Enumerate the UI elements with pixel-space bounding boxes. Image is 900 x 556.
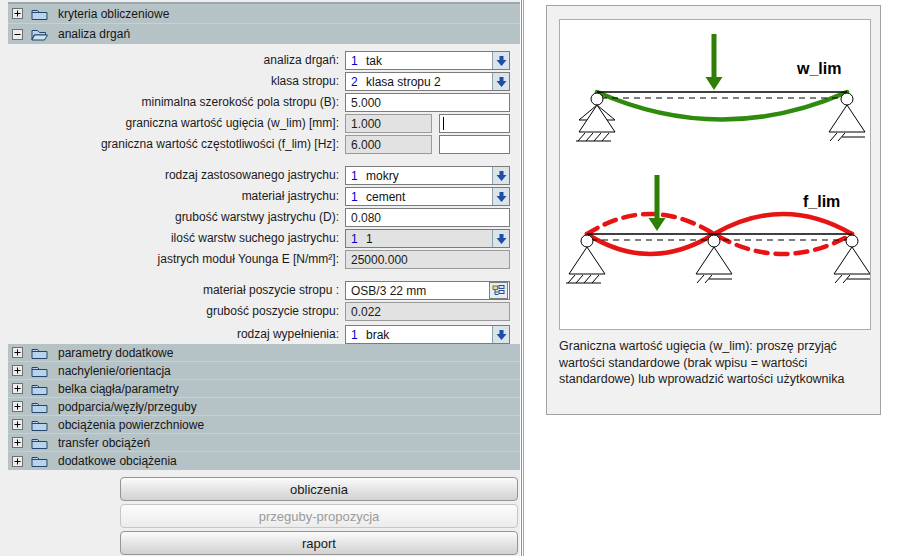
w-lim-diagram: w_lim: [576, 34, 865, 141]
parameters-panel: kryteria obliczeniowe analiza drgań anal…: [0, 0, 520, 556]
tree-item-obciazenia-powierzchniowe[interactable]: obciążenia powierzchniowe: [8, 416, 520, 434]
tree-item-nachylenie-orientacja[interactable]: nachylenie/orientacja: [8, 362, 520, 380]
help-card: w_lim: [546, 5, 881, 415]
deflection-curve: [597, 92, 847, 120]
w-lim-standard-value: 1.000: [345, 114, 432, 133]
field-label: materiał jastrychu:: [0, 187, 345, 206]
form-row: materiał jastrychu: 1 cement: [0, 187, 520, 206]
dropdown-index: 2: [346, 75, 366, 89]
tree-item-analiza-drgan[interactable]: analiza drgań: [8, 24, 520, 44]
field-label: ilość warstw suchego jastrychu:: [0, 229, 345, 248]
grubosc-jastrychu-input[interactable]: 0.080: [345, 208, 510, 227]
beam-diagram: w_lim: [559, 19, 871, 330]
field-label: jastrych moduł Younga E [N/mm²]:: [0, 250, 345, 269]
input-value: OSB/3 22 mm: [351, 284, 426, 298]
tree-item-parametry-dodatkowe[interactable]: parametry dodatkowe: [8, 344, 520, 362]
folder-closed-icon: [31, 436, 48, 450]
tree-bottom: parametry dodatkowe nachylenie/orientacj…: [8, 344, 520, 470]
expand-plus-icon[interactable]: [12, 8, 23, 19]
rodzaj-wypelnienia-dropdown[interactable]: 1 brak: [345, 325, 510, 344]
field-label: grubość poszycie stropu:: [0, 302, 345, 321]
pin-support-icon: [576, 93, 615, 141]
w-lim-user-input[interactable]: [439, 114, 510, 133]
tree-item-kryteria-obliczeniowe[interactable]: kryteria obliczeniowe: [8, 4, 520, 24]
roller-support-icon: [829, 93, 865, 141]
expand-plus-icon[interactable]: [12, 347, 23, 358]
material-poszycia-input[interactable]: OSB/3 22 mm: [345, 281, 510, 300]
raport-button[interactable]: raport: [120, 531, 518, 555]
input-value: 6.000: [351, 138, 381, 152]
tree-item-label: transfer obciążeń: [58, 436, 150, 450]
klasa-stropu-dropdown[interactable]: 2 klasa stropu 2: [345, 72, 510, 91]
form-row: analiza drgań: 1 tak: [0, 51, 520, 70]
field-label: rodzaj wypełnienia:: [0, 325, 345, 344]
expand-plus-icon[interactable]: [12, 365, 23, 376]
folder-closed-icon: [31, 364, 48, 378]
dropdown-index: 1: [346, 232, 366, 246]
field-label: materiał poszycie stropu :: [0, 281, 345, 300]
form-row: grubość warstwy jastrychu (D): 0.080: [0, 208, 520, 227]
input-value: 1.000: [351, 117, 381, 131]
analiza-drgan-dropdown[interactable]: 1 tak: [345, 51, 510, 70]
expand-plus-icon[interactable]: [12, 383, 23, 394]
chevron-down-icon[interactable]: [492, 167, 509, 184]
chevron-down-icon[interactable]: [492, 73, 509, 90]
expand-plus-icon[interactable]: [12, 437, 23, 448]
folder-closed-icon: [31, 7, 48, 21]
expand-plus-icon[interactable]: [12, 419, 23, 430]
dropdown-value: cement: [366, 190, 492, 204]
tree-item-transfer-obciazen[interactable]: transfer obciążeń: [8, 434, 520, 452]
material-jastrychu-dropdown[interactable]: 1 cement: [345, 187, 510, 206]
ilosc-warstw-dropdown: 1 1: [345, 229, 510, 248]
tree-item-belka-ciagla[interactable]: belka ciągła/parametry: [8, 380, 520, 398]
tree-item-label: kryteria obliczeniowe: [58, 7, 169, 21]
chevron-down-icon[interactable]: [492, 52, 509, 69]
f-lim-label: f_lim: [803, 193, 840, 210]
input-value: 25000.000: [351, 253, 408, 267]
expand-plus-icon[interactable]: [12, 401, 23, 412]
obliczenia-button[interactable]: obliczenia: [120, 477, 518, 501]
chevron-down-icon[interactable]: [492, 326, 509, 343]
f-lim-user-input[interactable]: [439, 135, 510, 154]
select-from-list-icon[interactable]: [489, 282, 508, 299]
input-value: 0.080: [351, 211, 381, 225]
dropdown-index: 1: [346, 169, 366, 183]
beam-diagram-svg: w_lim: [560, 20, 870, 329]
tree-item-label: dodatkowe obciążenia: [58, 454, 177, 468]
load-arrow-icon: [649, 175, 666, 231]
tree-item-podparcia-wezly-przeguby[interactable]: podparcia/węzły/przeguby: [8, 398, 520, 416]
expand-plus-icon[interactable]: [12, 456, 23, 467]
field-label: graniczna wartość częstotliwości (f_lim)…: [0, 135, 345, 154]
form-row: jastrych moduł Younga E [N/mm²]: 25000.0…: [0, 250, 520, 269]
grubosc-poszycia-readonly: 0.022: [345, 302, 510, 321]
rodzaj-jastrychu-dropdown[interactable]: 1 mokry: [345, 166, 510, 185]
folder-closed-icon: [31, 382, 48, 396]
tree-item-label: parametry dodatkowe: [58, 346, 173, 360]
folder-open-icon: [31, 27, 48, 41]
field-label: minimalna szerokość pola stropu (B):: [0, 93, 345, 112]
tree-item-dodatkowe-obciazenia[interactable]: dodatkowe obciążenia: [8, 452, 520, 470]
form-row: rodzaj zastosowanego jastrychu: 1 mokry: [0, 166, 520, 185]
folder-closed-icon: [31, 454, 48, 468]
load-arrow-icon: [706, 34, 723, 90]
modul-younga-readonly: 25000.000: [345, 250, 510, 269]
vibration-analysis-form: analiza drgań: 1 tak klasa stropu: 2 kla…: [0, 44, 520, 344]
f-lim-standard-value: 6.000: [345, 135, 432, 154]
min-szerokosc-input[interactable]: 5.000: [345, 93, 510, 112]
tree-item-label: podparcia/węzły/przeguby: [58, 400, 197, 414]
dropdown-index: 1: [346, 190, 366, 204]
form-row: graniczna wartość ugięcia (w_lim) [mm]: …: [0, 114, 520, 133]
tree-item-label: belka ciągła/parametry: [58, 382, 179, 396]
tree-item-label: analiza drgań: [58, 27, 130, 41]
chevron-down-icon[interactable]: [492, 188, 509, 205]
tree-top: kryteria obliczeniowe analiza drgań: [8, 2, 520, 44]
input-value: 0.022: [351, 305, 381, 319]
folder-closed-icon: [31, 400, 48, 414]
collapse-minus-icon[interactable]: [12, 29, 23, 40]
dropdown-value: klasa stropu 2: [366, 75, 492, 89]
folder-closed-icon: [31, 418, 48, 432]
f-lim-diagram: f_lim: [566, 175, 870, 283]
field-label: grubość warstwy jastrychu (D):: [0, 208, 345, 227]
field-label: graniczna wartość ugięcia (w_lim) [mm]:: [0, 114, 345, 133]
field-label: klasa stropu:: [0, 72, 345, 91]
